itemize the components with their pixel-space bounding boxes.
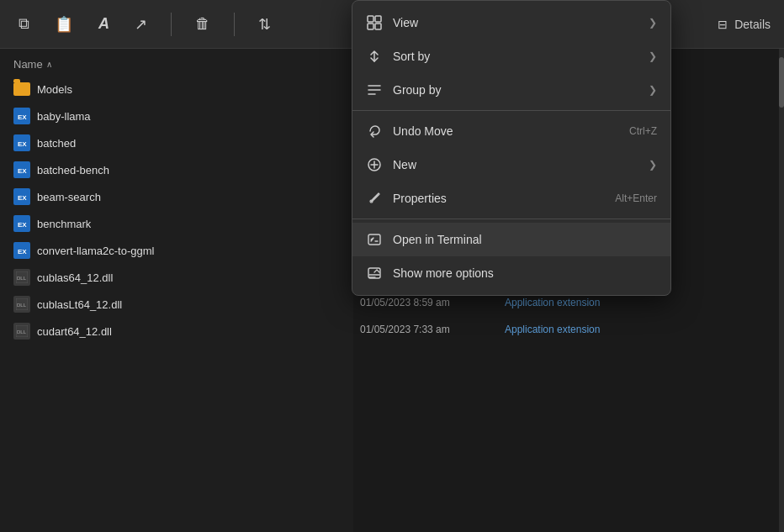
- menu-new-label: New: [393, 158, 638, 171]
- exe-icon: EX: [13, 242, 30, 259]
- menu-view-label: View: [393, 16, 638, 29]
- menu-item-view[interactable]: View ❯: [352, 6, 670, 40]
- file-list-area: Name ∧ Models EX baby-llama EX batched E…: [0, 49, 353, 532]
- undo-icon: [366, 123, 383, 140]
- svg-rect-21: [375, 24, 381, 29]
- sort-icon[interactable]: ⇅: [253, 10, 276, 39]
- view-icon: [366, 14, 383, 31]
- context-menu: View ❯ Sort by ❯ Group by ❯: [352, 0, 671, 296]
- toolbar-divider-2: [234, 13, 235, 36]
- menu-item-open-terminal[interactable]: Open in Terminal: [352, 223, 670, 256]
- svg-text:DLL: DLL: [17, 303, 27, 308]
- file-name: convert-llama2c-to-ggml: [37, 245, 154, 257]
- file-date: 01/05/2023 8:59 am: [353, 297, 505, 308]
- new-icon: [366, 156, 383, 173]
- details-button[interactable]: ⊟ Details: [718, 18, 771, 31]
- details-label: Details: [734, 18, 771, 31]
- copy-icon[interactable]: ⧉: [13, 10, 34, 38]
- svg-rect-18: [368, 16, 373, 22]
- list-item[interactable]: EX batched: [0, 129, 353, 156]
- rename-icon[interactable]: A: [93, 10, 114, 38]
- list-item[interactable]: Models: [0, 76, 353, 103]
- file-name: beam-search: [37, 191, 101, 203]
- exe-icon: EX: [13, 188, 30, 205]
- menu-undo-label: Undo Move: [393, 124, 619, 138]
- file-detail-row: 01/05/2023 7:33 am Application extension: [353, 314, 767, 341]
- menu-properties-label: Properties: [393, 192, 605, 205]
- svg-text:EX: EX: [18, 113, 27, 121]
- exe-icon: EX: [13, 108, 30, 124]
- menu-item-group-by[interactable]: Group by ❯: [352, 73, 670, 107]
- list-item[interactable]: EX convert-llama2c-to-ggml: [0, 237, 353, 264]
- menu-show-more-label: Show more options: [393, 266, 657, 280]
- scrollbar-thumb[interactable]: [779, 57, 784, 108]
- show-more-icon: [366, 265, 383, 282]
- dll-icon: DLL: [13, 296, 30, 313]
- file-name: benchmark: [37, 218, 91, 230]
- properties-icon: [366, 190, 383, 207]
- svg-rect-29: [368, 234, 380, 245]
- svg-text:EX: EX: [18, 248, 27, 255]
- file-type: Application extension: [505, 324, 767, 335]
- toolbar-divider: [171, 13, 172, 36]
- svg-text:DLL: DLL: [17, 276, 27, 281]
- svg-text:EX: EX: [18, 194, 27, 202]
- list-item[interactable]: DLL cublasLt64_12.dll: [0, 291, 353, 318]
- list-item[interactable]: EX beam-search: [0, 183, 353, 210]
- properties-shortcut: Alt+Enter: [615, 192, 657, 204]
- list-item[interactable]: DLL cudart64_12.dll: [0, 318, 353, 345]
- svg-rect-31: [368, 268, 380, 278]
- column-header: Name ∧: [0, 52, 353, 76]
- menu-item-sort-by[interactable]: Sort by ❯: [352, 40, 670, 73]
- scrollbar-track[interactable]: [779, 49, 784, 532]
- list-item[interactable]: EX benchmark: [0, 210, 353, 237]
- dll-icon: DLL: [13, 323, 30, 340]
- exe-icon: EX: [13, 215, 30, 232]
- exe-icon: EX: [13, 134, 30, 151]
- terminal-icon: [366, 231, 383, 248]
- menu-item-undo-move[interactable]: Undo Move Ctrl+Z: [352, 114, 670, 148]
- list-item[interactable]: EX batched-bench: [0, 156, 353, 183]
- delete-icon[interactable]: 🗑: [190, 10, 215, 38]
- clipboard-icon[interactable]: 📋: [50, 10, 78, 39]
- menu-group-label: Group by: [393, 83, 638, 97]
- file-name: cudart64_12.dll: [37, 325, 112, 338]
- file-name: batched: [37, 137, 76, 150]
- menu-item-properties[interactable]: Properties Alt+Enter: [352, 182, 670, 215]
- file-name: baby-llama: [37, 110, 91, 123]
- sort-submenu-arrow: ❯: [649, 50, 657, 62]
- svg-rect-19: [375, 16, 381, 22]
- folder-icon: [13, 82, 30, 96]
- file-name: cublas64_12.dll: [37, 271, 113, 284]
- group-by-icon: [366, 82, 383, 98]
- svg-text:DLL: DLL: [17, 329, 27, 334]
- list-item[interactable]: DLL cublas64_12.dll: [0, 264, 353, 291]
- file-list: Models EX baby-llama EX batched EX batch…: [0, 76, 353, 345]
- list-item[interactable]: EX baby-llama: [0, 103, 353, 129]
- file-date: 01/05/2023 7:33 am: [353, 324, 505, 335]
- menu-divider-2: [352, 219, 670, 219]
- svg-text:EX: EX: [18, 167, 27, 175]
- dll-icon: DLL: [13, 269, 30, 286]
- file-name: batched-bench: [37, 164, 109, 176]
- menu-terminal-label: Open in Terminal: [393, 233, 657, 246]
- svg-rect-20: [368, 24, 373, 29]
- new-submenu-arrow: ❯: [649, 159, 657, 171]
- share-icon[interactable]: ↗: [130, 10, 152, 39]
- menu-divider-1: [352, 110, 670, 111]
- svg-text:EX: EX: [18, 140, 27, 148]
- group-submenu-arrow: ❯: [649, 84, 657, 96]
- details-icon: ⊟: [718, 18, 728, 31]
- file-type: Application extension: [505, 297, 767, 308]
- view-submenu-arrow: ❯: [649, 17, 657, 29]
- file-name: Models: [37, 83, 72, 96]
- undo-shortcut: Ctrl+Z: [629, 125, 657, 137]
- exe-icon: EX: [13, 161, 30, 178]
- name-column-label: Name: [13, 58, 43, 71]
- menu-item-show-more[interactable]: Show more options: [352, 256, 670, 290]
- menu-sort-label: Sort by: [393, 50, 638, 63]
- svg-text:EX: EX: [18, 221, 27, 229]
- file-name: cublasLt64_12.dll: [37, 298, 122, 311]
- menu-item-new[interactable]: New ❯: [352, 148, 670, 182]
- sort-arrow: ∧: [46, 60, 52, 69]
